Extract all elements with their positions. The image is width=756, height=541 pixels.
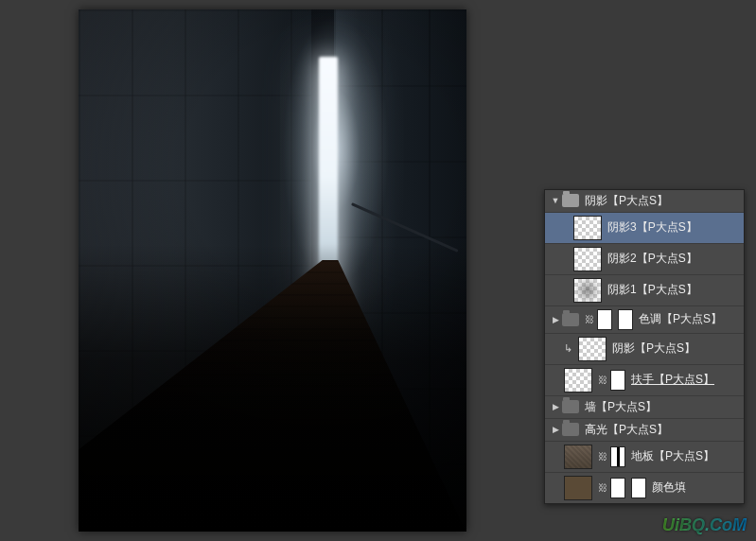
layer-thumbnail (573, 247, 602, 271)
layer-label: 阴影2【P大点S】 (607, 251, 697, 267)
layer-thumbnail (564, 368, 592, 393)
adjustment-thumbnail (610, 478, 625, 498)
mask-thumbnail (610, 446, 625, 467)
adjustment-thumbnail (597, 309, 612, 330)
canvas-area (0, 0, 544, 541)
mask-thumbnail (618, 309, 633, 330)
layer-thumbnail (564, 445, 592, 469)
folder-icon (562, 194, 579, 207)
link-icon: ⛓ (598, 482, 607, 493)
layer-thumbnail (573, 278, 602, 303)
mask-thumbnail (610, 370, 625, 391)
layer-group-highlight[interactable]: ▶ 高光【P大点S】 (545, 419, 744, 442)
folder-icon (562, 400, 579, 413)
layer-label: 阴影【P大点S】 (585, 193, 668, 209)
layers-panel[interactable]: ▼ 阴影【P大点S】 阴影3【P大点S】 阴影2【P大点S】 阴影1【P大点S】 (544, 189, 745, 504)
clip-icon: ↳ (564, 342, 575, 355)
layer-thumbnail (578, 337, 607, 361)
layer-floor[interactable]: ⛓ 地板【P大点S】 (545, 442, 744, 473)
layer-label: 阴影3【P大点S】 (607, 219, 697, 236)
link-icon: ⛓ (585, 314, 594, 324)
layer-color-fill[interactable]: ⛓ 颜色填 (545, 473, 744, 503)
disclosure-down-icon[interactable]: ▼ (551, 196, 560, 205)
link-icon: ⛓ (598, 451, 607, 462)
disclosure-right-icon[interactable]: ▶ (551, 402, 560, 411)
disclosure-right-icon[interactable]: ▶ (551, 425, 560, 434)
folder-icon (562, 423, 579, 436)
layer-label: 地板【P大点S】 (631, 448, 714, 464)
layer-group-shadow[interactable]: ▼ 阴影【P大点S】 (545, 190, 744, 213)
layer-handrail[interactable]: ⛓ 扶手【P大点S】 (545, 365, 744, 396)
layer-label: 扶手【P大点S】 (631, 372, 714, 388)
folder-icon (562, 313, 579, 326)
mask-thumbnail (631, 478, 646, 498)
layer-clipped-shadow[interactable]: ↳ 阴影【P大点S】 (545, 334, 744, 365)
link-icon: ⛓ (598, 375, 607, 385)
layer-label: 阴影【P大点S】 (612, 340, 695, 357)
layer-group-wall[interactable]: ▶ 墙【P大点S】 (545, 396, 744, 419)
layer-thumbnail (573, 216, 602, 240)
disclosure-right-icon[interactable]: ▶ (551, 315, 560, 324)
fill-thumbnail (564, 476, 592, 500)
layer-label: 色调【P大点S】 (639, 311, 722, 327)
layer-label: 高光【P大点S】 (585, 422, 668, 438)
layer-shadow2[interactable]: 阴影2【P大点S】 (545, 244, 744, 275)
layer-shadow3[interactable]: 阴影3【P大点S】 (545, 213, 744, 244)
layer-label: 阴影1【P大点S】 (607, 282, 697, 298)
layer-group-tone[interactable]: ▶ ⛓ 色调【P大点S】 (545, 306, 744, 334)
layer-label: 墙【P大点S】 (585, 399, 657, 415)
document-canvas[interactable] (79, 9, 466, 532)
watermark: UiBQ.CoM (662, 515, 747, 535)
layer-shadow1[interactable]: 阴影1【P大点S】 (545, 275, 744, 306)
layer-label: 颜色填 (652, 480, 686, 496)
